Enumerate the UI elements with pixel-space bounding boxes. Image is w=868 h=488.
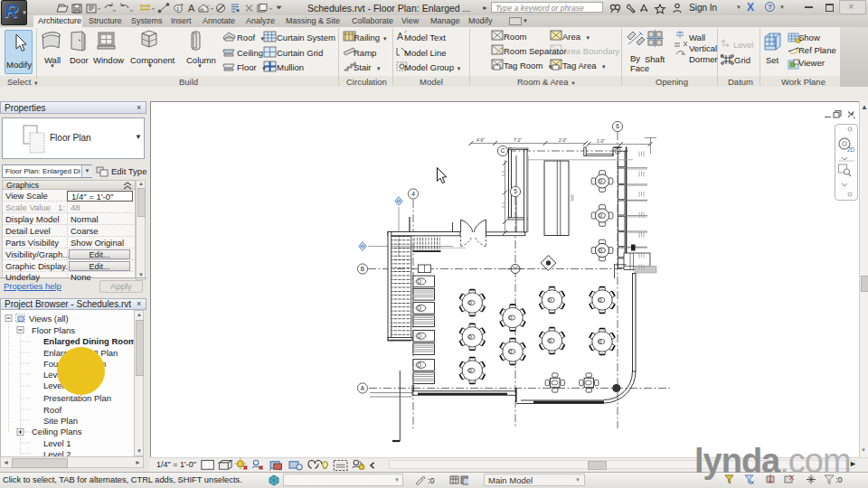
svg-text:B: B: [361, 266, 364, 272]
svg-text:6: 6: [616, 123, 619, 129]
svg-text:1'-0": 1'-0": [597, 139, 605, 144]
svg-text:A: A: [361, 385, 365, 391]
svg-text:A: A: [188, 3, 195, 14]
svg-text:5: 5: [514, 188, 517, 194]
svg-text:2D: 2D: [847, 146, 855, 153]
svg-text:C: C: [501, 147, 505, 154]
svg-text:A: A: [397, 31, 403, 42]
svg-text:2'-0": 2'-0": [559, 138, 567, 143]
svg-text:4'-6": 4'-6": [476, 138, 485, 143]
svg-text:7'-2": 7'-2": [514, 138, 522, 143]
svg-text:4: 4: [411, 191, 415, 197]
svg-text::0: :0: [428, 476, 435, 485]
